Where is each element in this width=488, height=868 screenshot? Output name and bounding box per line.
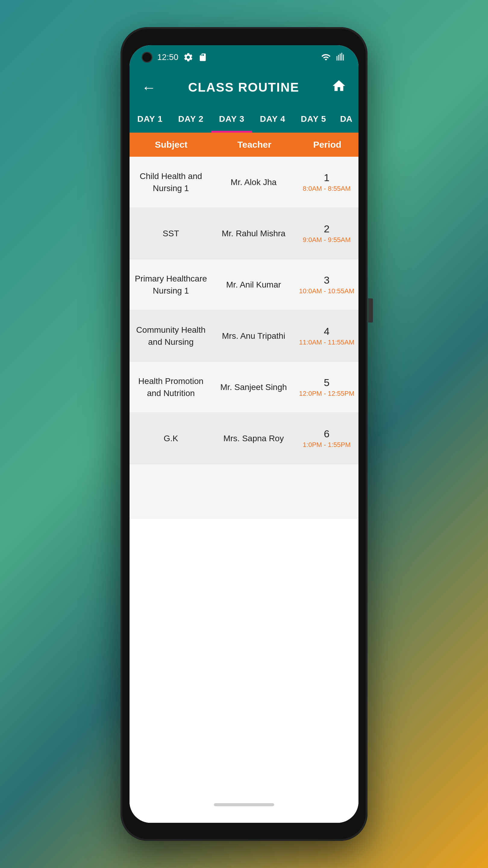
table-row: Child Health and Nursing 1 Mr. Alok Jha …	[130, 157, 358, 208]
bottom-area	[130, 786, 358, 823]
page-title: CLASS ROUTINE	[188, 80, 299, 95]
wifi-icon	[320, 53, 332, 62]
phone-frame: 12:50	[121, 27, 367, 841]
teacher-cell: Mr. Alok Jha	[213, 157, 295, 208]
period-time: 10:0AM - 10:55AM	[299, 287, 354, 295]
camera-icon	[141, 52, 153, 63]
subject-cell: SST	[130, 208, 213, 259]
period-cell: 4 11:0AM - 11:55AM	[295, 310, 358, 361]
table-row: Health Promotion and Nutrition Mr. Sanje…	[130, 362, 358, 413]
home-button[interactable]	[331, 79, 347, 96]
period-cell: 1 8:0AM - 8:55AM	[295, 157, 358, 208]
period-cell: 3 10:0AM - 10:55AM	[295, 259, 358, 310]
phone-screen: 12:50	[130, 45, 358, 823]
period-time: 12:0PM - 12:55PM	[299, 390, 354, 398]
teacher-cell: Mr. Anil Kumar	[213, 259, 295, 310]
period-number: 3	[324, 274, 330, 286]
tab-day5[interactable]: DAY 5	[293, 105, 334, 133]
home-indicator	[214, 803, 274, 806]
teacher-cell: Mrs. Anu Tripathi	[213, 310, 295, 361]
status-time: 12:50	[157, 53, 178, 62]
table-header: Subject Teacher Period	[130, 133, 358, 157]
period-cell: 6 1:0PM - 1:55PM	[295, 413, 358, 464]
table-row: Community Health and Nursing Mrs. Anu Tr…	[130, 310, 358, 362]
period-number: 6	[324, 428, 330, 440]
status-left: 12:50	[141, 52, 207, 63]
app-header: ← CLASS ROUTINE	[130, 69, 358, 105]
table-row: G.K Mrs. Sapna Roy 6 1:0PM - 1:55PM	[130, 413, 358, 464]
day-tabs: DAY 1 DAY 2 DAY 3 DAY 4 DAY 5 DA	[130, 105, 358, 133]
home-icon	[331, 79, 347, 93]
subject-cell: Health Promotion and Nutrition	[130, 362, 213, 412]
status-bar: 12:50	[130, 45, 358, 69]
period-time: 8:0AM - 8:55AM	[303, 185, 351, 193]
subject-cell: Child Health and Nursing 1	[130, 157, 213, 208]
teacher-cell: Mr. Rahul Mishra	[213, 208, 295, 259]
period-cell: 2 9:0AM - 9:55AM	[295, 208, 358, 259]
subject-cell: G.K	[130, 413, 213, 464]
teacher-cell: Mr. Sanjeet Singh	[213, 362, 295, 412]
col-header-subject: Subject	[130, 133, 213, 157]
col-header-period: Period	[296, 133, 358, 157]
col-header-teacher: Teacher	[213, 133, 296, 157]
schedule-table: Child Health and Nursing 1 Mr. Alok Jha …	[130, 157, 358, 786]
tab-day1[interactable]: DAY 1	[130, 105, 170, 133]
teacher-cell: Mrs. Sapna Roy	[213, 413, 295, 464]
settings-icon	[183, 52, 193, 62]
period-time: 11:0AM - 11:55AM	[299, 338, 354, 346]
period-time: 9:0AM - 9:55AM	[303, 236, 351, 244]
subject-cell: Community Health and Nursing	[130, 310, 213, 361]
period-time: 1:0PM - 1:55PM	[303, 441, 351, 449]
status-right	[320, 53, 347, 62]
tab-day4[interactable]: DAY 4	[252, 105, 293, 133]
empty-row	[130, 464, 358, 518]
period-cell: 5 12:0PM - 12:55PM	[295, 362, 358, 412]
period-number: 2	[324, 223, 330, 235]
period-number: 1	[324, 172, 330, 184]
tab-day6-overflow[interactable]: DA	[334, 105, 358, 133]
subject-cell: Primary Healthcare Nursing 1	[130, 259, 213, 310]
back-button[interactable]: ←	[141, 79, 156, 96]
signal-icon	[335, 53, 347, 62]
tab-day3[interactable]: DAY 3	[211, 105, 252, 133]
table-row: Primary Healthcare Nursing 1 Mr. Anil Ku…	[130, 259, 358, 310]
period-number: 4	[324, 326, 330, 337]
sd-card-icon	[198, 52, 207, 62]
volume-button	[368, 299, 373, 322]
tab-day2[interactable]: DAY 2	[170, 105, 212, 133]
period-number: 5	[324, 377, 330, 389]
table-row: SST Mr. Rahul Mishra 2 9:0AM - 9:55AM	[130, 208, 358, 259]
